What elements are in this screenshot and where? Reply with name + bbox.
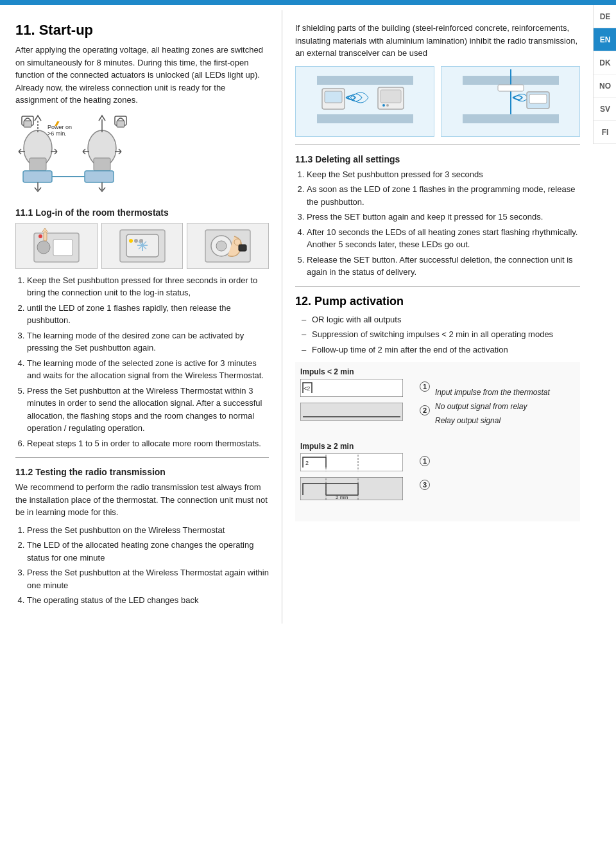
login-step-3: The learning mode of the desired zone ca… — [27, 329, 269, 354]
radio-steps-list: Press the Set pushbutton on the Wireless… — [15, 524, 269, 607]
section11-3-title: 11.3 Deleting all settings — [295, 154, 580, 164]
svg-text:>6 min.: >6 min. — [47, 130, 67, 137]
login-steps-list: Keep the Set pushbutton pressed for thre… — [15, 274, 269, 450]
radio-img-1 — [295, 66, 434, 137]
svg-rect-56 — [300, 477, 403, 500]
lang-dk[interactable]: DK — [594, 51, 616, 74]
divider2 — [295, 144, 580, 145]
signal3-number: 1 — [420, 456, 430, 466]
impulse-small-signals: Impuls < 2 min <2 1 — [300, 367, 416, 426]
svg-rect-10 — [23, 171, 52, 182]
lang-sv[interactable]: SV — [594, 98, 616, 121]
radio-step-3: Press the Set pushbutton at the Wireless… — [27, 566, 269, 591]
svg-point-30 — [234, 239, 241, 245]
svg-text:2 min: 2 min — [336, 494, 348, 500]
pump-bullet-1: OR logic with all outputs — [307, 313, 580, 326]
login-step-6: Repeat steps 1 to 5 in order to allocate… — [27, 437, 269, 450]
pump-bullet-3: Follow-up time of 2 min after the end of… — [307, 344, 580, 356]
svg-point-29 — [216, 241, 227, 251]
radio-img-2 — [441, 66, 580, 137]
svg-rect-38 — [381, 90, 401, 103]
startup-diagram: Power on >6 min. — [15, 113, 269, 198]
legend-item-2: No output signal from relay — [435, 401, 550, 412]
signal1-number: 1 — [420, 381, 430, 392]
login-step-4: The learning mode of the selected zone i… — [27, 357, 269, 382]
login-step-2: until the LED of zone 1 flashes rapidly,… — [27, 302, 269, 327]
shielding-text: If shielding parts of the building (stee… — [295, 22, 580, 60]
section11-intro: After applying the operating voltage, al… — [15, 44, 269, 107]
svg-rect-50 — [300, 403, 403, 421]
section11-2-title: 11.2 Testing the radio transmission — [15, 467, 269, 477]
svg-rect-11 — [85, 171, 114, 182]
language-sidebar: DE EN DK NO SV FI — [593, 5, 616, 144]
svg-rect-33 — [317, 76, 413, 85]
top-bar — [0, 0, 616, 5]
svg-point-25 — [134, 239, 138, 243]
legend-list: Input impulse from the thermostat No out… — [426, 387, 550, 426]
delete-step-3: Press the SET button again and keep it p… — [307, 211, 580, 223]
svg-rect-9 — [117, 121, 124, 127]
svg-rect-43 — [463, 114, 559, 123]
signal2-svg — [300, 403, 403, 421]
right-column: If shielding parts of the building (stee… — [282, 10, 593, 624]
signal4-svg: 2 min — [300, 477, 403, 500]
pump-diagram: Impuls < 2 min <2 1 — [295, 362, 580, 521]
signal2-number: 2 — [420, 405, 430, 415]
svg-text:Power on: Power on — [47, 124, 72, 130]
svg-point-40 — [386, 104, 389, 107]
lang-en[interactable]: EN — [594, 28, 616, 51]
svg-rect-1 — [24, 121, 31, 127]
svg-rect-36 — [325, 91, 342, 103]
signal4-number: 3 — [420, 480, 430, 490]
startup-svg: Power on >6 min. — [15, 113, 150, 197]
lang-fi[interactable]: FI — [594, 121, 616, 144]
delete-step-1: Keep the Set pushbutton pressed for 3 se… — [307, 168, 580, 181]
lang-no[interactable]: NO — [594, 74, 616, 98]
legend-item-1: Input impulse from the thermostat — [435, 387, 550, 398]
section12-title: 12. Pump activation — [295, 295, 580, 308]
section11-1-title: 11.1 Log-in of the room thermostats — [15, 207, 269, 218]
legend-item-3: Relay output signal — [435, 415, 550, 426]
pump-bullets-list: OR logic with all outputs Suppression of… — [295, 313, 580, 356]
impulse-small-label: Impuls < 2 min — [300, 367, 416, 376]
delete-step-2: As soon as the LED of zone 1 flashes in … — [307, 183, 580, 208]
signal3-svg: 2 — [300, 453, 403, 471]
login-step-1: Keep the Set pushbutton pressed for thre… — [27, 274, 269, 299]
delete-steps-list: Keep the Set pushbutton pressed for 3 se… — [295, 168, 580, 279]
left-column: 11. Start-up After applying the operatin… — [0, 10, 282, 624]
radio-transmission-images — [295, 66, 580, 137]
svg-rect-34 — [317, 114, 413, 123]
svg-rect-3 — [30, 158, 46, 171]
svg-point-26 — [139, 239, 143, 243]
section11-2-text: We recommend to perform the radio transm… — [15, 481, 269, 519]
svg-text:2: 2 — [305, 460, 309, 466]
radio-step-4: The operating status of the LED changes … — [27, 594, 269, 607]
impulse-small-row: Impuls < 2 min <2 1 — [300, 367, 575, 432]
svg-rect-7 — [94, 158, 110, 171]
svg-text:<2: <2 — [304, 385, 310, 392]
svg-point-14 — [37, 241, 50, 254]
svg-point-16 — [38, 234, 42, 238]
delete-step-4: After 10 seconds the LEDs of all heating… — [307, 226, 580, 251]
svg-rect-17 — [44, 232, 47, 241]
login-img-2 — [101, 223, 184, 269]
divider3 — [295, 286, 580, 287]
main-content: 11. Start-up After applying the operatin… — [0, 5, 593, 624]
svg-rect-31 — [239, 245, 246, 251]
impulse-legend-small: Input impulse from the thermostat No out… — [426, 387, 550, 432]
lang-de[interactable]: DE — [594, 5, 616, 28]
svg-rect-48 — [300, 379, 403, 397]
delete-step-5: Release the SET button. After successful… — [307, 254, 580, 279]
login-diagram — [15, 223, 269, 269]
svg-rect-46 — [529, 94, 547, 103]
impulse-large-label: Impuls ≥ 2 min — [300, 442, 416, 451]
svg-rect-15 — [53, 240, 73, 256]
login-step-5: Press the Set pushbutton at the Wireless… — [27, 385, 269, 435]
svg-point-39 — [382, 104, 385, 107]
radio-step-2: The LED of the allocated heating zone ch… — [27, 539, 269, 564]
svg-point-24 — [129, 239, 133, 243]
pump-bullet-2: Suppression of switching impulses < 2 mi… — [307, 328, 580, 341]
section11-title: 11. Start-up — [15, 22, 269, 39]
divider1 — [15, 457, 269, 458]
svg-rect-47 — [498, 85, 524, 91]
